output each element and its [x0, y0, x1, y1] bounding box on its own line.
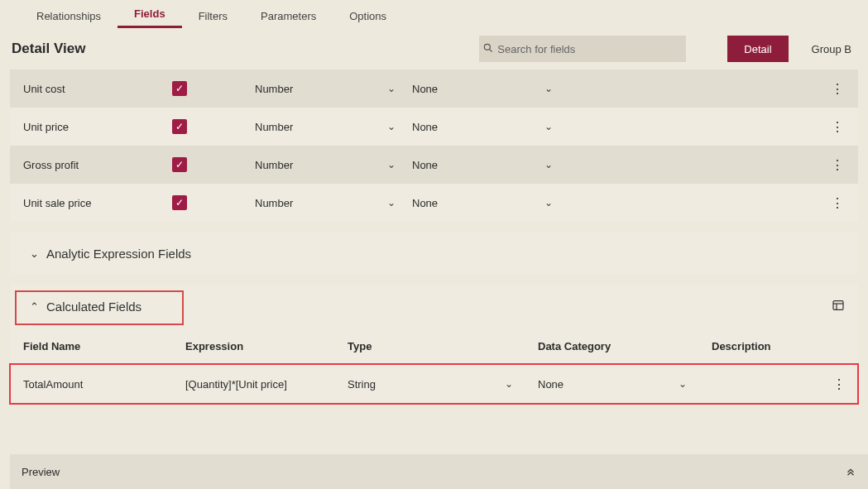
check-icon: ✓	[175, 198, 184, 208]
tab-fields[interactable]: Fields	[117, 1, 182, 28]
search-icon	[479, 42, 497, 56]
svg-rect-2	[833, 300, 843, 309]
check-icon: ✓	[175, 122, 184, 132]
field-row: Unit sale price ✓ Number⌄ None⌄ ⋮	[10, 184, 858, 222]
field-name: Gross profit	[23, 159, 172, 171]
check-icon: ✓	[175, 84, 184, 93]
section-title: Analytic Expression Fields	[46, 247, 191, 261]
tab-relationships[interactable]: Relationships	[20, 3, 117, 28]
calc-name: TotalAmount	[23, 378, 185, 391]
fields-list: Unit cost ✓ Number⌄ None⌄ ⋮ Unit price ✓…	[10, 70, 858, 222]
more-vertical-icon: ⋮	[831, 82, 843, 96]
chevron-down-icon: ⌄	[387, 197, 396, 209]
check-icon: ✓	[175, 160, 184, 170]
tab-parameters[interactable]: Parameters	[244, 3, 333, 28]
more-vertical-icon: ⋮	[831, 158, 843, 172]
calc-type-dropdown[interactable]: String⌄	[348, 378, 538, 391]
calculated-row[interactable]: TotalAmount [Quantity]*[Unit price] Stri…	[10, 364, 858, 404]
section-analytic-expression-fields: ⌄ Analytic Expression Fields	[10, 232, 858, 275]
more-vertical-icon: ⋮	[831, 120, 843, 134]
field-more-menu[interactable]: ⋮	[827, 119, 843, 135]
add-calculated-field-icon[interactable]	[832, 299, 846, 314]
svg-line-1	[490, 49, 492, 51]
field-format-dropdown[interactable]: None⌄	[412, 197, 569, 209]
chevron-down-icon: ⌄	[544, 83, 553, 94]
calc-category-dropdown[interactable]: None⌄	[538, 378, 712, 391]
field-visible-checkbox[interactable]: ✓	[172, 81, 187, 96]
field-visible-checkbox[interactable]: ✓	[172, 157, 187, 172]
more-vertical-icon: ⋮	[832, 377, 845, 391]
field-type-dropdown[interactable]: Number⌄	[255, 83, 412, 95]
field-name: Unit price	[23, 121, 172, 133]
preview-panel[interactable]: Preview	[10, 454, 868, 489]
expand-up-icon[interactable]	[845, 465, 856, 479]
field-type-dropdown[interactable]: Number⌄	[255, 159, 412, 171]
chevron-down-icon: ⌄	[544, 121, 553, 132]
chevron-down-icon: ⌄	[387, 83, 396, 94]
col-type: Type	[348, 340, 538, 352]
chevron-down-icon: ⌄	[22, 247, 46, 260]
field-more-menu[interactable]: ⋮	[827, 81, 843, 97]
field-name: Unit cost	[23, 83, 172, 95]
field-format-dropdown[interactable]: None⌄	[412, 83, 569, 95]
svg-point-0	[485, 44, 491, 50]
field-format-dropdown[interactable]: None⌄	[412, 121, 569, 133]
group-by-button[interactable]: Group B	[795, 36, 868, 62]
col-data-category: Data Category	[538, 340, 712, 352]
field-more-menu[interactable]: ⋮	[827, 157, 843, 173]
header-bar: Detail View Detail Group B	[0, 28, 868, 70]
field-format-dropdown[interactable]: None⌄	[412, 159, 569, 171]
field-row: Gross profit ✓ Number⌄ None⌄ ⋮	[10, 146, 858, 184]
chevron-down-icon: ⌄	[387, 159, 396, 170]
field-type-dropdown[interactable]: Number⌄	[255, 197, 412, 209]
calc-expression: [Quantity]*[Unit price]	[185, 378, 348, 391]
col-field-name: Field Name	[23, 340, 185, 352]
chevron-down-icon: ⌄	[679, 378, 687, 390]
tab-options[interactable]: Options	[333, 3, 403, 28]
col-expression: Expression	[185, 340, 348, 352]
tab-filters[interactable]: Filters	[182, 3, 244, 28]
calculated-header-row: Field Name Expression Type Data Category…	[10, 328, 858, 364]
chevron-down-icon: ⌄	[544, 159, 553, 170]
page-title: Detail View	[12, 41, 85, 57]
chevron-down-icon: ⌄	[544, 197, 553, 209]
field-row: Unit cost ✓ Number⌄ None⌄ ⋮	[10, 70, 858, 108]
field-visible-checkbox[interactable]: ✓	[172, 195, 187, 210]
detail-button[interactable]: Detail	[727, 36, 788, 62]
search-input[interactable]	[497, 43, 686, 55]
chevron-down-icon: ⌄	[387, 121, 396, 132]
top-tabs: Relationships Fields Filters Parameters …	[0, 0, 868, 28]
calc-more-menu[interactable]: ⋮	[828, 376, 845, 392]
field-more-menu[interactable]: ⋮	[827, 195, 843, 211]
col-description: Description	[712, 340, 828, 352]
chevron-down-icon: ⌄	[505, 378, 513, 390]
more-vertical-icon: ⋮	[831, 196, 843, 210]
field-type-dropdown[interactable]: Number⌄	[255, 121, 412, 133]
preview-label: Preview	[22, 466, 60, 478]
section-header[interactable]: ⌄ Analytic Expression Fields	[10, 232, 858, 275]
search-field[interactable]	[479, 36, 686, 62]
field-row: Unit price ✓ Number⌄ None⌄ ⋮	[10, 108, 858, 146]
section-header[interactable]: ⌃ Calculated Fields	[10, 285, 858, 328]
field-visible-checkbox[interactable]: ✓	[172, 119, 187, 134]
section-calculated-fields: ⌃ Calculated Fields Field Name Expressio…	[10, 285, 858, 404]
field-name: Unit sale price	[23, 197, 172, 209]
highlight-box	[15, 290, 184, 325]
